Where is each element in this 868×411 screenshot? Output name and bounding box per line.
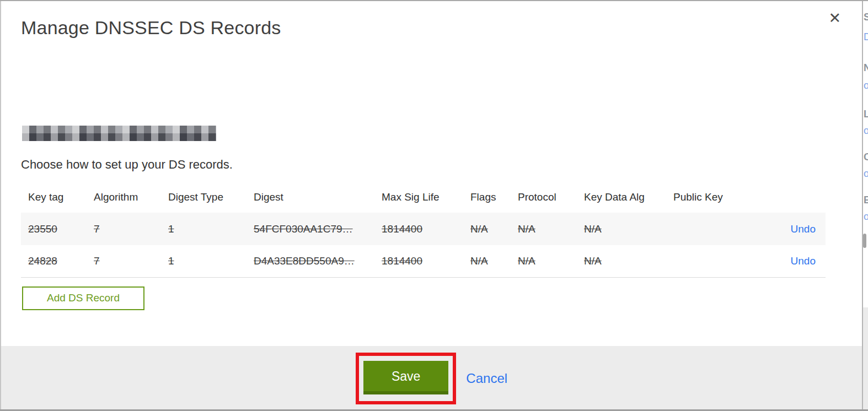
background-link-fragment: o bbox=[864, 80, 868, 90]
cancel-link[interactable]: Cancel bbox=[466, 371, 507, 386]
background-page-edge: S D N o L o C o E o bbox=[863, 1, 868, 409]
save-annotation-box: Save bbox=[356, 353, 456, 404]
cell-max-sig-life: 1814400 bbox=[382, 223, 470, 235]
save-button[interactable]: Save bbox=[363, 361, 448, 394]
col-header-digest: Digest bbox=[254, 191, 382, 203]
cell-max-sig-life: 1814400 bbox=[382, 255, 470, 267]
add-ds-record-button[interactable]: Add DS Record bbox=[22, 286, 144, 310]
background-text-fragment: N bbox=[864, 63, 868, 73]
instruction-text: Choose how to set up your DS records. bbox=[21, 158, 862, 172]
background-link-fragment: o bbox=[864, 169, 868, 179]
background-text-fragment: C bbox=[864, 152, 868, 162]
background-text-fragment: S bbox=[864, 12, 868, 22]
window-frame-top bbox=[0, 0, 868, 1]
col-header-protocol: Protocol bbox=[518, 191, 584, 203]
col-header-digest-type: Digest Type bbox=[168, 191, 254, 203]
table-header-row: Key tag Algorithm Digest Type Digest Max… bbox=[21, 183, 826, 213]
col-header-key-data-alg: Key Data Alg bbox=[584, 191, 673, 203]
table-row: 23550 7 1 54FCF030AA1C79… 1814400 N/A N/… bbox=[21, 213, 826, 245]
background-link-fragment: D bbox=[864, 32, 868, 42]
col-header-public-key: Public Key bbox=[673, 191, 765, 203]
background-text-fragment: L bbox=[864, 109, 868, 119]
cell-digest-type: 1 bbox=[168, 223, 254, 235]
page-title: Manage DNSSEC DS Records bbox=[21, 16, 862, 39]
cell-key-tag: 23550 bbox=[28, 223, 94, 235]
col-header-max-sig-life: Max Sig Life bbox=[382, 191, 470, 203]
col-header-flags: Flags bbox=[470, 191, 518, 203]
close-icon[interactable]: ✕ bbox=[828, 11, 841, 26]
modal-footer: Save Cancel bbox=[1, 346, 862, 411]
background-link-fragment: o bbox=[864, 126, 868, 136]
background-footer-sliver bbox=[863, 307, 868, 409]
cell-algorithm: 7 bbox=[94, 255, 168, 267]
ds-records-table: Key tag Algorithm Digest Type Digest Max… bbox=[21, 183, 826, 278]
background-scrollbar-thumb bbox=[863, 234, 866, 248]
cell-protocol: N/A bbox=[518, 223, 584, 235]
cell-flags: N/A bbox=[470, 223, 518, 235]
col-header-key-tag: Key tag bbox=[28, 191, 94, 203]
cell-digest-type: 1 bbox=[168, 255, 254, 267]
cell-digest: 54FCF030AA1C79… bbox=[254, 223, 382, 235]
cell-key-data-alg: N/A bbox=[584, 223, 673, 235]
table-row: 24828 7 1 D4A33E8DD550A9… 1814400 N/A N/… bbox=[21, 245, 826, 278]
cell-flags: N/A bbox=[470, 255, 518, 267]
cell-protocol: N/A bbox=[518, 255, 584, 267]
cell-key-tag: 24828 bbox=[28, 255, 94, 267]
undo-link[interactable]: Undo bbox=[791, 255, 816, 267]
undo-link[interactable]: Undo bbox=[791, 223, 816, 235]
cell-digest: D4A33E8DD550A9… bbox=[254, 255, 382, 267]
domain-name-redacted bbox=[22, 126, 216, 141]
background-text-fragment: E bbox=[864, 195, 868, 205]
col-header-algorithm: Algorithm bbox=[94, 191, 168, 203]
manage-dnssec-modal: ✕ Manage DNSSEC DS Records Choose how to… bbox=[0, 0, 863, 411]
background-link-fragment: o bbox=[864, 212, 868, 221]
cell-key-data-alg: N/A bbox=[584, 255, 673, 267]
cell-algorithm: 7 bbox=[94, 223, 168, 235]
